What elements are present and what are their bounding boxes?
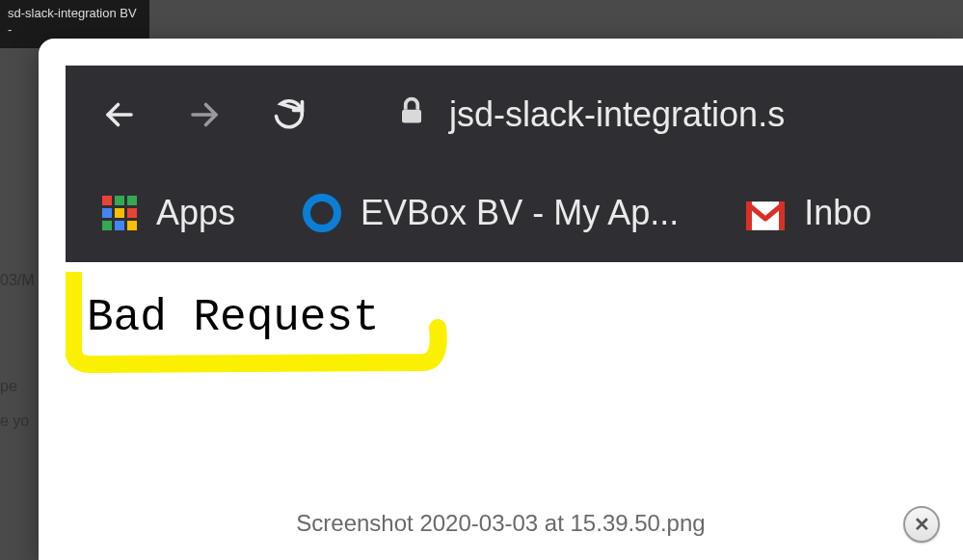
forward-button[interactable] bbox=[187, 97, 222, 132]
svg-rect-5 bbox=[779, 201, 785, 230]
page-content: Bad Request bbox=[66, 262, 963, 499]
nav-toolbar: jsd-slack-integration.s bbox=[66, 66, 963, 164]
lightbox-modal: jsd-slack-integration.s Apps EVBox BV - … bbox=[39, 39, 963, 560]
bookmark-apps-label: Apps bbox=[156, 193, 235, 233]
screenshot-container: jsd-slack-integration.s Apps EVBox BV - … bbox=[66, 66, 963, 499]
thumbnail-label: sd-slack-integration BV - bbox=[8, 6, 137, 37]
address-bar[interactable]: jsd-slack-integration.s bbox=[397, 93, 785, 137]
svg-rect-4 bbox=[746, 201, 752, 230]
bookmark-inbox-label: Inbo bbox=[804, 193, 871, 233]
close-icon: ✕ bbox=[914, 513, 930, 536]
error-text: Bad Request bbox=[87, 293, 380, 343]
back-button[interactable] bbox=[102, 97, 137, 132]
close-button[interactable]: ✕ bbox=[903, 506, 940, 543]
bookmark-apps[interactable]: Apps bbox=[102, 193, 235, 233]
apps-grid-icon bbox=[102, 196, 137, 230]
background-text-fragment: pe bbox=[0, 378, 17, 395]
url-text: jsd-slack-integration.s bbox=[449, 94, 785, 135]
bookmarks-bar: Apps EVBox BV - My Ap... Inbo bbox=[66, 164, 963, 262]
bookmark-evbox-label: EVBox BV - My Ap... bbox=[361, 193, 679, 233]
lock-icon bbox=[397, 93, 426, 137]
lightbox-caption: Screenshot 2020-03-03 at 15.39.50.png bbox=[39, 510, 963, 537]
background-text-fragment: e yo bbox=[0, 413, 29, 430]
circle-icon bbox=[303, 194, 341, 232]
browser-chrome: jsd-slack-integration.s Apps EVBox BV - … bbox=[66, 66, 963, 262]
bookmark-evbox[interactable]: EVBox BV - My Ap... bbox=[303, 193, 679, 233]
bookmark-inbox[interactable]: Inbo bbox=[746, 193, 871, 233]
background-text-fragment: 03/M bbox=[0, 272, 35, 289]
svg-rect-2 bbox=[402, 109, 421, 122]
gmail-icon bbox=[746, 199, 785, 227]
reload-button[interactable] bbox=[272, 97, 307, 132]
